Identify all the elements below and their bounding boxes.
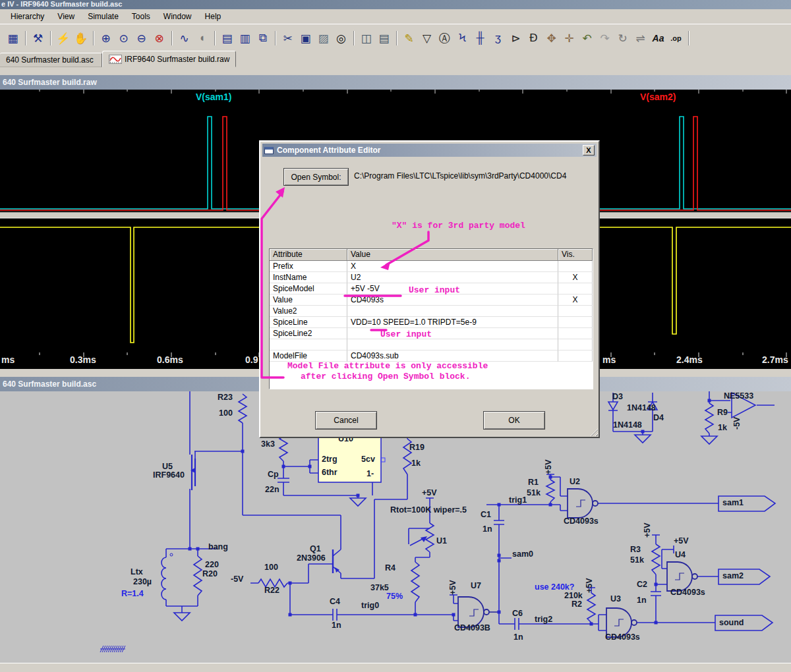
waveform-window-titlebar[interactable]: 640 Surfmaster build.raw [0, 75, 791, 90]
opamp-ne5533[interactable] [732, 393, 755, 418]
netlist-hammer-icon[interactable]: ⚒ [30, 30, 46, 47]
menu-item[interactable]: Simulate [81, 11, 125, 22]
plot-settings-icon[interactable]: ∿ [176, 30, 192, 47]
vis-cell[interactable] [558, 339, 593, 350]
trace-label-vsam2[interactable]: V(sam2) [640, 92, 676, 102]
attribute-cell[interactable]: Prefix [270, 261, 347, 272]
spice-directive-icon[interactable]: .op [668, 30, 684, 47]
trace-label-vsam1[interactable]: V(sam1) [196, 92, 231, 102]
vis-cell[interactable] [558, 306, 593, 317]
vis-cell[interactable] [558, 350, 593, 362]
table-row[interactable] [270, 339, 593, 350]
attribute-cell[interactable]: SpiceModel [270, 283, 347, 294]
header-vis: Vis. [558, 249, 593, 261]
table-row[interactable]: Value CD4093s X [270, 294, 593, 306]
resistor-icon[interactable]: Ϟ [454, 30, 471, 47]
attribute-cell[interactable]: InstName [270, 272, 347, 283]
header-value: Value [347, 249, 558, 261]
value-cell[interactable]: X [347, 261, 558, 272]
net-label-icon[interactable]: Ⓐ [436, 30, 453, 47]
cancel-button[interactable]: Cancel [315, 411, 377, 430]
inductor-icon[interactable]: ʒ [490, 30, 506, 47]
table-row[interactable]: SpiceLine2 [270, 328, 593, 339]
menu-item[interactable]: Window [157, 11, 198, 22]
dialog-titlebar[interactable]: Component Attribute Editor X [262, 144, 597, 157]
waveform-window-title: 640 Surfmaster build.raw [3, 78, 97, 87]
zoom-full-icon[interactable]: ⊗ [151, 30, 167, 47]
attribute-cell[interactable]: Value2 [270, 306, 347, 317]
open-symbol-button[interactable]: Open Symbol: [283, 168, 349, 186]
attribute-cell[interactable]: SpiceLine [270, 317, 347, 328]
attribute-table-header: Attribute Value Vis. [270, 249, 593, 261]
rotate-icon[interactable]: ↻ [614, 30, 631, 47]
vis-cell[interactable]: X [558, 294, 593, 306]
vis-cell[interactable] [558, 283, 593, 294]
value-cell[interactable]: +5V -5V [347, 283, 558, 294]
attribute-cell[interactable]: Value [270, 294, 347, 306]
value-cell[interactable]: CD4093s.sub [347, 350, 558, 362]
menu-item[interactable]: View [51, 11, 81, 22]
find-icon[interactable]: ◎ [333, 30, 349, 47]
tile-vertical-icon[interactable]: ▥ [237, 30, 253, 47]
halt-icon[interactable]: ✋ [73, 30, 89, 47]
cascade-windows-icon[interactable]: ⧉ [254, 30, 271, 47]
wire-icon[interactable]: ✎ [401, 30, 417, 47]
copy-icon[interactable]: ▣ [297, 30, 314, 47]
redo-icon[interactable]: ↷ [597, 30, 613, 47]
menu-item[interactable]: Tools [125, 11, 157, 22]
net-flags[interactable] [715, 496, 775, 630]
table-row[interactable]: Prefix X [270, 261, 593, 272]
undo-icon[interactable]: ↶ [579, 30, 595, 47]
tile-horizontal-icon[interactable]: ▤ [219, 30, 235, 47]
value-cell[interactable] [347, 306, 558, 317]
print-icon[interactable]: ▤ [376, 30, 392, 47]
run-icon[interactable]: ⚡ [55, 30, 71, 47]
zoom-in-icon[interactable]: ⊕ [98, 30, 114, 47]
attribute-cell[interactable]: ModelFile [270, 350, 347, 362]
text-icon[interactable]: Aa [650, 30, 666, 47]
app-titlebar[interactable]: e IV - IRF9640 Surfmaster build.asc [0, 0, 791, 9]
menu-item[interactable]: Help [198, 11, 228, 22]
table-row[interactable]: ModelFile CD4093s.sub [270, 350, 593, 362]
zoom-area-icon[interactable]: ⊙ [115, 30, 132, 47]
menubar: HierarchyViewSimulateToolsWindowHelp [0, 9, 791, 24]
save-icon[interactable]: ▦ [5, 30, 21, 47]
table-row[interactable]: SpiceLine VDD=10 SPEED=1.0 TRIPDT=5e-9 [270, 317, 593, 328]
capacitor-icon[interactable]: ╫ [472, 30, 488, 47]
value-cell[interactable]: CD4093s [347, 294, 558, 306]
dialog-icon [264, 147, 274, 154]
resize-grip[interactable] [589, 428, 598, 436]
cut-icon[interactable]: ✂ [279, 30, 296, 47]
component-icon[interactable]: Ð [525, 30, 542, 47]
table-row[interactable]: InstName U2 X [270, 272, 593, 283]
table-row[interactable]: SpiceModel +5V -5V [270, 283, 593, 294]
menu-item[interactable]: Hierarchy [4, 11, 51, 22]
print-preview-icon[interactable]: ◫ [358, 30, 374, 47]
tab-schematic[interactable]: 640 Surfmaster build.asc [0, 53, 102, 67]
timer-u10[interactable] [318, 437, 381, 482]
vis-cell[interactable] [558, 261, 593, 272]
vis-cell[interactable] [558, 317, 593, 328]
tab-waveform[interactable]: IRF9640 Surfmaster build.raw [102, 51, 236, 67]
diodes[interactable] [608, 402, 657, 410]
diode-icon[interactable]: ⊳ [508, 30, 524, 47]
value-cell[interactable] [347, 339, 558, 350]
attribute-rows: Prefix X InstName U2 X SpiceModel +5V -5… [270, 261, 593, 362]
zoom-out-icon[interactable]: ⊖ [133, 30, 150, 47]
value-cell[interactable]: VDD=10 SPEED=1.0 TRIPDT=5e-9 [347, 317, 558, 328]
mirror-icon[interactable]: ⇌ [632, 30, 649, 47]
vis-cell[interactable]: X [558, 272, 593, 283]
value-cell[interactable] [347, 328, 558, 339]
attribute-cell[interactable] [270, 339, 347, 350]
value-cell[interactable]: U2 [347, 272, 558, 283]
table-row[interactable]: Value2 [270, 306, 593, 317]
attribute-cell[interactable]: SpiceLine2 [270, 328, 347, 339]
vis-cell[interactable] [558, 328, 593, 339]
move-icon[interactable]: ✥ [543, 30, 560, 47]
drag-icon[interactable]: ✛ [561, 30, 577, 47]
paste-icon[interactable]: ▨ [315, 30, 332, 47]
efficiency-report-icon[interactable]: ◖ [194, 30, 210, 47]
ground-icon[interactable]: ▽ [419, 30, 435, 47]
close-icon[interactable]: X [583, 145, 595, 155]
ok-button[interactable]: OK [483, 411, 545, 430]
